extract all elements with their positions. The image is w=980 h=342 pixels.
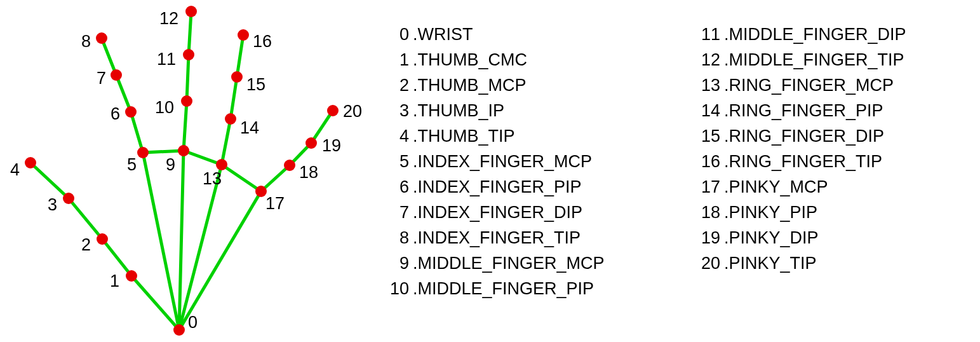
legend-row-16: 16. RING_FINGER_TIP [692, 149, 906, 174]
bone [222, 119, 231, 165]
legend-name: RING_FINGER_PIP [729, 98, 883, 123]
legend-row-7: 7. INDEX_FINGER_DIP [381, 200, 605, 225]
bone [131, 112, 143, 153]
landmark-number-13: 13 [203, 170, 222, 188]
bone [143, 153, 179, 330]
legend-index: 16 [692, 149, 724, 174]
landmark-number-17: 17 [265, 195, 285, 212]
legend-separator: . [724, 22, 729, 47]
landmark-dot-10 [181, 95, 192, 107]
hand-landmarks-figure: 01234567891011121314151617181920 0. WRIS… [0, 0, 980, 342]
landmark-dot-15 [231, 71, 243, 83]
legend-separator: . [724, 200, 729, 225]
legend-row-17: 17. PINKY_MCP [692, 174, 906, 200]
legend-separator: . [724, 250, 729, 276]
landmark-number-14: 14 [240, 120, 259, 137]
bone [179, 151, 184, 330]
landmark-dot-11 [183, 49, 194, 60]
legend-row-11: 11. MIDDLE_FINGER_DIP [692, 22, 906, 47]
landmark-number-8: 8 [81, 33, 91, 50]
legend-row-20: 20. PINKY_TIP [692, 250, 906, 276]
legend-separator: . [724, 149, 729, 174]
legend-row-10: 10. MIDDLE_FINGER_PIP [381, 276, 605, 301]
landmark-number-7: 7 [97, 70, 106, 87]
landmark-number-4: 4 [10, 161, 20, 179]
legend-name: THUMB_TIP [418, 123, 515, 149]
legend-index: 12 [692, 47, 724, 72]
landmark-number-0: 0 [188, 314, 198, 331]
landmark-dot-16 [238, 29, 249, 41]
legend-column-2: 11. MIDDLE_FINGER_DIP12. MIDDLE_FINGER_T… [692, 22, 906, 276]
landmark-dot-8 [96, 32, 107, 44]
legend-name: THUMB_MCP [418, 72, 527, 98]
legend-row-5: 5. INDEX_FINGER_MCP [381, 149, 605, 174]
legend-separator: . [413, 276, 418, 301]
legend-name: PINKY_TIP [729, 250, 817, 276]
legend-name: MIDDLE_FINGER_MCP [418, 250, 605, 276]
legend-index: 5 [381, 149, 413, 174]
landmark-number-19: 19 [322, 137, 341, 154]
bone [237, 35, 243, 77]
landmark-number-12: 12 [159, 10, 178, 27]
bone [179, 165, 222, 330]
legend-name: MIDDLE_FINGER_DIP [729, 22, 906, 47]
legend-separator: . [413, 47, 418, 72]
legend-name: PINKY_DIP [729, 225, 819, 250]
legend-index: 14 [692, 98, 724, 123]
landmark-number-2: 2 [81, 236, 91, 254]
landmark-dot-12 [185, 6, 197, 17]
legend-name: THUMB_IP [418, 98, 505, 123]
landmark-dot-2 [97, 233, 108, 245]
legend-row-19: 19. PINKY_DIP [692, 225, 906, 250]
bone [30, 163, 69, 198]
legend-separator: . [724, 174, 729, 200]
landmark-dot-7 [111, 69, 122, 81]
legend-index: 19 [692, 225, 724, 250]
legend-index: 17 [692, 174, 724, 200]
bone [187, 55, 189, 101]
bone [189, 11, 191, 55]
legend-separator: . [413, 174, 418, 200]
landmark-dot-9 [178, 145, 189, 156]
legend-separator: . [724, 98, 729, 123]
legend-row-4: 4. THUMB_TIP [381, 123, 605, 149]
legend-name: MIDDLE_FINGER_PIP [418, 276, 594, 301]
legend-name: THUMB_CMC [418, 47, 528, 72]
legend-separator: . [413, 22, 418, 47]
legend-index: 10 [381, 276, 413, 301]
legend-name: INDEX_FINGER_PIP [418, 174, 582, 200]
legend-index: 18 [692, 200, 724, 225]
bone [184, 101, 187, 151]
legend-name: RING_FINGER_MCP [729, 72, 894, 98]
legend-separator: . [724, 123, 729, 149]
landmark-dot-14 [225, 113, 236, 125]
legend-index: 15 [692, 123, 724, 149]
legend-separator: . [413, 225, 418, 250]
legend-index: 0 [381, 22, 413, 47]
landmark-number-10: 10 [155, 99, 174, 116]
legend-index: 9 [381, 250, 413, 276]
legend-row-6: 6. INDEX_FINGER_PIP [381, 174, 605, 200]
legend-name: PINKY_MCP [729, 174, 828, 200]
landmark-number-1: 1 [110, 273, 119, 290]
legend-name: INDEX_FINGER_TIP [418, 225, 581, 250]
landmark-number-15: 15 [246, 76, 265, 93]
bone [143, 151, 184, 153]
legend-separator: . [724, 47, 729, 72]
landmark-dot-6 [125, 106, 137, 118]
bone [179, 191, 261, 330]
legend-index: 20 [692, 250, 724, 276]
landmark-number-16: 16 [253, 33, 272, 50]
landmark-number-11: 11 [157, 51, 176, 68]
legend-name: INDEX_FINGER_DIP [418, 200, 583, 225]
legend-row-12: 12. MIDDLE_FINGER_TIP [692, 47, 906, 72]
bone [131, 276, 179, 330]
landmark-number-6: 6 [111, 106, 120, 123]
legend-row-15: 15. RING_FINGER_DIP [692, 123, 906, 149]
legend-separator: . [413, 250, 418, 276]
hand-skeleton-svg [0, 0, 381, 342]
legend-separator: . [413, 98, 418, 123]
legend-name: INDEX_FINGER_MCP [418, 149, 593, 174]
legend-index: 4 [381, 123, 413, 149]
legend-separator: . [413, 123, 418, 149]
